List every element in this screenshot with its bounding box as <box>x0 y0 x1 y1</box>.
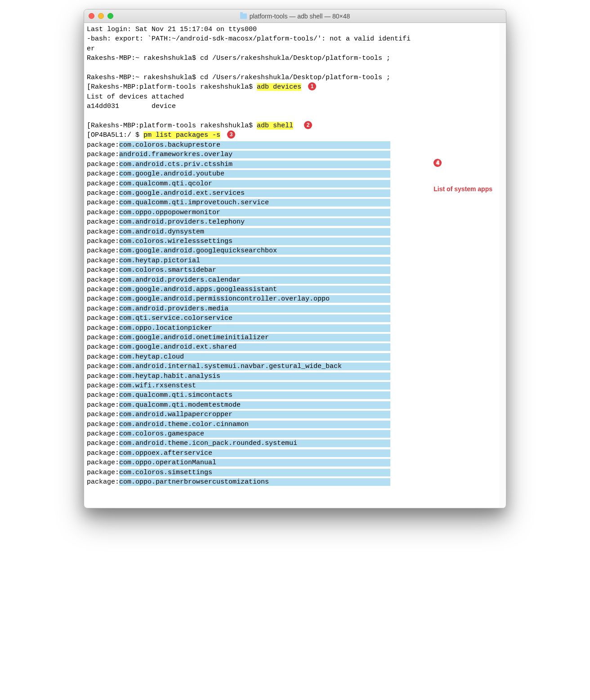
badge-3: 3 <box>227 130 235 139</box>
line: List of devices attached <box>87 93 184 101</box>
package-name: com.oppo.oppopowermonitor <box>119 209 390 216</box>
package-name: com.coloros.simsettings <box>119 469 390 476</box>
package-name: com.android.cts.priv.ctsshim <box>119 161 390 168</box>
window-title: platform-tools — adb shell — 80×48 <box>250 13 350 20</box>
package-prefix: package: <box>87 170 119 178</box>
package-name: com.google.android.onetimeinitializer <box>119 334 390 341</box>
line: -bash: export: `PATH:~/android-sdk-macos… <box>87 35 411 43</box>
package-prefix: package: <box>87 421 119 428</box>
package-prefix: package: <box>87 324 119 332</box>
minimize-icon[interactable] <box>98 13 104 19</box>
package-name: com.heytap.cloud <box>119 353 390 361</box>
package-prefix: package: <box>87 295 119 303</box>
package-name: com.heytap.pictorial <box>119 257 390 265</box>
package-prefix: package: <box>87 440 119 447</box>
annotation-4: 4 List of system apps <box>434 144 492 201</box>
package-prefix: package: <box>87 305 119 313</box>
package-prefix: package: <box>87 459 119 467</box>
line: Rakeshs-MBP:~ rakeshshukla$ cd /Users/ra… <box>87 54 390 62</box>
package-prefix: package: <box>87 449 119 457</box>
cmd-pm-list: pm list packages -s <box>143 131 220 139</box>
package-prefix: package: <box>87 218 119 226</box>
package-prefix: package: <box>87 180 119 188</box>
package-name: com.google.android.apps.googleassistant <box>119 286 390 293</box>
terminal-output[interactable]: Last login: Sat Nov 21 15:17:04 on ttys0… <box>84 23 506 490</box>
package-prefix: package: <box>87 228 119 236</box>
package-name: com.oppo.partnerbrowsercustomizations <box>119 478 390 486</box>
package-name: com.google.android.ext.shared <box>119 343 390 351</box>
package-prefix: package: <box>87 382 119 390</box>
package-name: com.android.providers.media <box>119 305 390 313</box>
package-name: android.frameworkres.overlay <box>119 151 390 158</box>
package-name: com.android.internal.systemui.navbar.ges… <box>119 363 390 370</box>
line: a14dd031 device <box>87 103 176 110</box>
package-name: com.qualcomm.qti.improvetouch.service <box>119 199 390 206</box>
package-prefix: package: <box>87 314 119 322</box>
package-prefix: package: <box>87 411 119 418</box>
package-prefix: package: <box>87 343 119 351</box>
traffic-lights <box>89 13 113 19</box>
package-name: com.coloros.wirelesssettings <box>119 238 390 245</box>
package-name: com.coloros.gamespace <box>119 430 390 438</box>
package-name: com.oppo.operationManual <box>119 459 390 467</box>
package-prefix: package: <box>87 141 119 149</box>
package-name: com.google.android.permissioncontroller.… <box>119 295 390 303</box>
folder-icon <box>240 13 247 19</box>
line: Last login: Sat Nov 21 15:17:04 on ttys0… <box>87 26 257 33</box>
prompt: Rakeshs-MBP:platform-tools rakeshshukla$ <box>91 83 257 91</box>
package-name: com.qualcomm.qti.qcolor <box>119 180 390 188</box>
badge-2: 2 <box>304 121 312 129</box>
package-prefix: package: <box>87 266 119 274</box>
package-name: com.oppo.locationpicker <box>119 324 390 332</box>
maximize-icon[interactable] <box>107 13 113 19</box>
package-name: com.google.android.ext.services <box>119 189 390 197</box>
line: Rakeshs-MBP:~ rakeshshukla$ cd /Users/ra… <box>87 74 390 81</box>
package-name: com.google.android.youtube <box>119 170 390 178</box>
package-name: com.qualcomm.qti.modemtestmode <box>119 401 390 409</box>
badge-4: 4 <box>434 159 442 167</box>
package-prefix: package: <box>87 209 119 216</box>
package-prefix: package: <box>87 257 119 265</box>
package-name: com.android.wallpapercropper <box>119 411 390 418</box>
package-name: com.qualcomm.qti.simcontacts <box>119 391 390 399</box>
close-icon[interactable] <box>89 13 94 19</box>
package-prefix: package: <box>87 334 119 341</box>
package-name: com.android.theme.color.cinnamon <box>119 421 390 428</box>
package-name: com.android.providers.calendar <box>119 276 390 284</box>
package-name: com.android.providers.telephony <box>119 218 390 226</box>
package-prefix: package: <box>87 189 119 197</box>
package-prefix: package: <box>87 469 119 476</box>
package-prefix: package: <box>87 353 119 361</box>
package-name: com.wifi.rxsenstest <box>119 382 390 390</box>
package-name: com.android.theme.icon_pack.rounded.syst… <box>119 440 390 447</box>
cmd-adb-shell: adb shell <box>257 122 293 130</box>
line: er <box>87 45 95 53</box>
package-prefix: package: <box>87 391 119 399</box>
terminal-scroll[interactable]: Last login: Sat Nov 21 15:17:04 on ttys0… <box>84 23 506 508</box>
package-name: com.android.dynsystem <box>119 228 390 236</box>
package-prefix: package: <box>87 372 119 380</box>
package-prefix: package: <box>87 286 119 293</box>
package-prefix: package: <box>87 363 119 370</box>
package-prefix: package: <box>87 430 119 438</box>
cmd-adb-devices: adb devices <box>257 83 301 91</box>
package-name: com.oppoex.afterservice <box>119 449 390 457</box>
annotation-text: List of system apps <box>434 185 492 193</box>
package-prefix: package: <box>87 478 119 486</box>
package-prefix: package: <box>87 276 119 284</box>
package-prefix: package: <box>87 238 119 245</box>
package-name: com.coloros.smartsidebar <box>119 266 390 274</box>
badge-1: 1 <box>308 82 316 90</box>
package-name: com.google.android.googlequicksearchbox <box>119 247 390 255</box>
package-prefix: package: <box>87 247 119 255</box>
package-prefix: package: <box>87 151 119 158</box>
package-prefix: package: <box>87 401 119 409</box>
titlebar[interactable]: platform-tools — adb shell — 80×48 <box>84 9 506 23</box>
package-prefix: package: <box>87 161 119 168</box>
prompt: Rakeshs-MBP:platform-tools rakeshshukla$ <box>91 122 257 130</box>
package-name: com.heytap.habit.analysis <box>119 372 390 380</box>
package-name: com.coloros.backuprestore <box>119 141 390 149</box>
shell-prompt: OP4BA5L1:/ $ <box>91 131 143 139</box>
package-prefix: package: <box>87 199 119 206</box>
terminal-window: platform-tools — adb shell — 80×48 Last … <box>84 9 506 508</box>
